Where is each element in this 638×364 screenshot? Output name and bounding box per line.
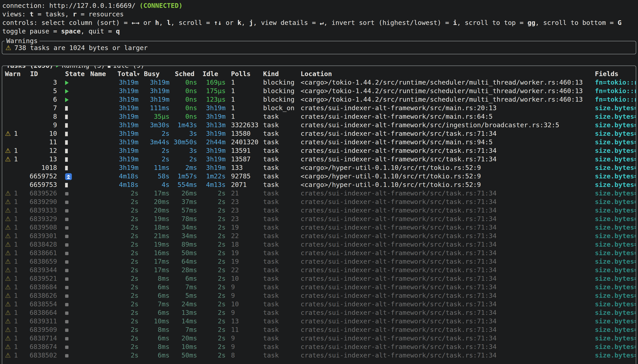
task-row[interactable]: ⚠168386592s17ms64ms2s19taskcrates/sui-in… [5,257,636,266]
task-row[interactable]: 66597524m18s58s1m57s1m22s92785task<cargo… [5,172,636,180]
task-row[interactable]: ⚠1123h19m2s3s3h19m13591taskcrates/sui-in… [5,146,636,155]
task-row[interactable]: ⚠168386642s6ms13ms2s9taskcrates/sui-inde… [5,308,636,317]
task-row[interactable]: ⚠168395212s8ms6ms2s10taskcrates/sui-inde… [5,274,636,283]
column-header-total[interactable]: Total▼ [114,70,140,78]
task-row[interactable]: 33h19m3h19m0ns169µs1blocking<cargo>/toki… [5,78,636,86]
warning-icon: ⚠ [5,129,11,138]
task-row[interactable]: ⚠1103h19m2s3s3h19m13580taskcrates/sui-in… [5,129,636,138]
total-cell: 2s [114,274,140,283]
task-id-cell: 6659753 [26,180,59,189]
kind-cell: task [260,172,297,180]
idle-cell: 1m22s [199,172,228,180]
total-cell: 3h19m [114,95,140,104]
warning-icon: ⚠ [5,232,11,240]
stop-icon [65,192,68,196]
fields-cell: size.bytes= [591,300,636,308]
task-row[interactable]: ⚠168393442s17ms28ms2s22taskcrates/sui-in… [5,266,636,274]
column-header-kind[interactable]: Kind [260,70,297,78]
warn-count: 1 [14,240,18,249]
warning-icon: ⚠ [5,198,11,206]
task-row[interactable]: ⚠168385022s6ms50ms2s8taskcrates/sui-inde… [5,351,636,360]
warning-icon: ⚠ [5,155,11,163]
total-cell: 2s [114,308,140,317]
kind-cell: task [260,342,297,351]
idle-cell: 2s [199,240,228,249]
kind-cell: block_on [260,104,297,112]
total-cell: 3h19m [114,138,140,146]
fields-cell: fn=tokio::r [591,95,636,104]
total-cell: 3h19m [114,86,140,95]
fields-cell: size.bytes= [591,342,636,351]
task-id-cell: 7 [26,104,59,112]
location-cell: crates/sui-indexer-alt-framework/src/tas… [297,317,591,326]
kind-cell: task [260,155,297,163]
task-id-cell: 6838626 [26,291,59,300]
warn-cell: ⚠1 [5,351,26,360]
column-header-id[interactable]: ID [26,70,59,78]
polls-cell: 19 [228,223,260,232]
warn-cell: ⚠1 [5,334,26,342]
task-row[interactable]: ⚠168386262s6ms5ms2s9taskcrates/sui-index… [5,291,636,300]
total-cell: 2s [114,283,140,291]
play-icon [65,98,69,102]
task-row[interactable]: 93h19m3m30s1m43s3h13m3322633taskcrates/s… [5,121,636,129]
task-row[interactable]: 83h19m35µs0ns3h19m1taskcrates/sui-indexe… [5,112,636,121]
stop-icon [65,226,68,230]
stop-icon [65,303,68,306]
task-row[interactable]: 73h19m111ms0ns3h19m1block_oncrates/sui-i… [5,104,636,112]
task-row[interactable]: ⚠168393112s10ms14ms2s13taskcrates/sui-in… [5,317,636,326]
task-row[interactable]: ⚠168386742s8ms10ms2s9taskcrates/sui-inde… [5,342,636,351]
polls-cell: 22 [228,266,260,274]
idle-cell: 123µs [199,95,228,104]
task-row[interactable]: ⚠168384282s19ms89ms2s18taskcrates/sui-in… [5,240,636,249]
task-row[interactable]: ⚠168395082s18ms34ms2s19taskcrates/sui-in… [5,223,636,232]
task-row[interactable]: ⚠168395262s17ms26ms2s21taskcrates/sui-in… [5,189,636,198]
column-header-polls[interactable]: Polls [228,70,260,78]
column-header-location[interactable]: Location [297,70,591,78]
column-header-state[interactable]: State [59,70,90,78]
fields-cell: size.bytes= [591,351,636,360]
tasks-panel-title: Tasks (2056) Running (3) Idle (9) [4,66,146,70]
busy-cell: 8ms [140,342,171,351]
total-cell: 2s [114,206,140,214]
pause-icon [65,166,68,170]
task-row[interactable]: 10183h19m11ms2ms3h19m133task<cargo>/hype… [5,163,636,172]
task-row[interactable]: ⚠1133h19m2s2s3h19m13587taskcrates/sui-in… [5,155,636,163]
kind-cell: task [260,291,297,300]
idle-cell: 3h13m [199,121,228,129]
task-row[interactable]: 63h19m3h19m0ns123µs1blocking<cargo>/toki… [5,95,636,104]
fields-cell: size.bytes= [591,214,636,223]
idle-cell: 2s [199,342,228,351]
polls-cell: 8 [228,351,260,360]
busy-cell: 10ms [140,317,171,326]
task-row[interactable]: ⚠168395092s8ms7ms2s11taskcrates/sui-inde… [5,326,636,334]
column-header-sched[interactable]: Sched [171,70,199,78]
kind-cell: task [260,317,297,326]
column-header-idle[interactable]: Idle [199,70,228,78]
column-header-busy[interactable]: Busy [140,70,171,78]
column-header-fields[interactable]: Fields [591,70,636,78]
warning-icon: ⚠ [5,240,11,249]
task-row[interactable]: 53h19m3h19m0ns175µs1blocking<cargo>/toki… [5,86,636,95]
task-row[interactable]: 113h19m3m44s30m50s2h44m2401320taskcrates… [5,138,636,146]
task-row[interactable]: ⚠168385542s7ms24ms2s10taskcrates/sui-ind… [5,300,636,308]
column-header-name[interactable]: Name [90,70,114,78]
location-cell: crates/sui-indexer-alt-framework/src/tas… [297,129,591,138]
warn-cell: ⚠1 [5,155,26,163]
task-row[interactable]: ⚠168393012s21ms34ms2s22taskcrates/sui-in… [5,232,636,240]
location-cell: crates/sui-indexer-alt-framework/src/tas… [297,206,591,214]
sched-cell: 50ms [171,351,199,360]
state-cell [59,351,90,360]
task-row[interactable]: 66597534m18s4s554ms4m13s2071task<cargo>/… [5,180,636,189]
fields-cell: size.bytes= [591,223,636,232]
column-header-warn[interactable]: Warn [5,70,26,78]
task-row[interactable]: ⚠168386612s16ms50ms2s19taskcrates/sui-in… [5,249,636,257]
task-row[interactable]: ⚠168393332s20ms57ms2s23taskcrates/sui-in… [5,206,636,214]
task-row[interactable]: ⚠168386842s6ms7ms2s9taskcrates/sui-index… [5,283,636,291]
task-row[interactable]: ⚠168387142s6ms20ms2s9taskcrates/sui-inde… [5,334,636,342]
task-id-cell: 9 [26,121,59,129]
task-row[interactable]: ⚠168392902s20ms37ms2s23taskcrates/sui-in… [5,198,636,206]
polls-cell: 9 [228,342,260,351]
sched-cell: 0ns [171,95,199,104]
task-row[interactable]: ⚠168393292s19ms78ms2s23taskcrates/sui-in… [5,214,636,223]
